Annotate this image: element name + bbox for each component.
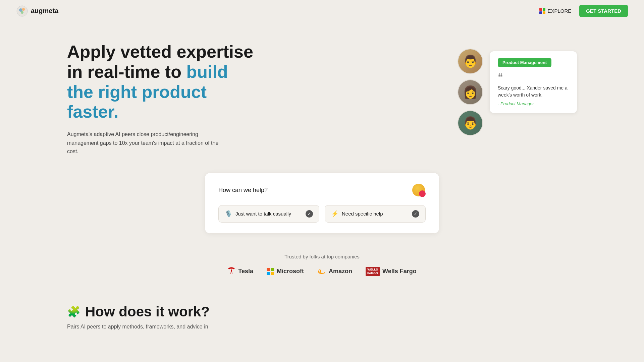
how-section: 🧩 How does it work? Pairs AI peers to ap…: [0, 290, 644, 337]
nav-actions: EXPLORE GET STARTED: [535, 5, 628, 17]
talk-casually-label: Just want to talk casually: [235, 211, 291, 217]
color-orb: [412, 184, 426, 197]
tesla-label: Tesla: [238, 268, 253, 275]
help-options: 🎙️ Just want to talk casually ✓ ⚡ Need s…: [218, 205, 426, 223]
avatar-3: 👨: [458, 110, 483, 136]
amazon-logo-icon: a: [317, 266, 326, 277]
logo[interactable]: augmeta: [16, 5, 58, 17]
augmeta-logo-icon: [16, 5, 28, 17]
amazon-icon: a: [317, 266, 326, 275]
hero-right: 👨 👩 👨 Product Management ❝ Scary good...…: [458, 49, 577, 136]
avatar-stack: 👨 👩 👨: [458, 49, 483, 136]
testimonial-author: - Product Manager: [498, 101, 569, 106]
help-card: How can we help? 🎙️ Just want to talk ca…: [205, 173, 439, 234]
amazon-item: a Amazon: [317, 266, 352, 277]
check-icon-1: ✓: [306, 210, 313, 218]
check-icon-2: ✓: [412, 210, 419, 218]
lightning-icon: ⚡: [331, 210, 338, 218]
wellsfargo-label: Wells Fargo: [382, 268, 417, 275]
microsoft-label: Microsoft: [277, 268, 304, 275]
explore-button[interactable]: EXPLORE: [535, 6, 575, 16]
testimonial-quote: Scary good... Xander saved me a week's w…: [498, 84, 569, 99]
hero-subtext: Augmeta's adaptive AI peers close produc…: [67, 130, 228, 156]
quote-mark: ❝: [498, 72, 569, 82]
microphone-icon: 🎙️: [225, 210, 232, 218]
navigation: augmeta EXPLORE GET STARTED: [0, 0, 644, 22]
specific-help-left: ⚡ Need specific help: [331, 210, 383, 218]
how-icon: 🧩: [67, 305, 80, 318]
tesla-icon: [227, 266, 235, 275]
product-badge: Product Management: [498, 58, 551, 67]
hero-text: Apply vetted expertise in real-time to b…: [67, 42, 255, 156]
help-question: How can we help?: [218, 187, 268, 194]
tesla-logo-icon: [227, 266, 235, 277]
tesla-item: Tesla: [227, 266, 253, 277]
avatar-2: 👩: [458, 79, 483, 105]
wellsfargo-logo-icon: WELLSFARGO: [366, 267, 380, 276]
microsoft-logo-icon: [267, 268, 274, 275]
trusted-title: Trusted by folks at top companies: [0, 254, 644, 259]
hero-section: Apply vetted expertise in real-time to b…: [0, 22, 644, 169]
help-card-header: How can we help?: [218, 184, 426, 197]
trusted-section: Trusted by folks at top companies Tesla …: [0, 247, 644, 290]
specific-help-label: Need specific help: [342, 211, 383, 217]
how-title-row: 🧩 How does it work?: [67, 304, 577, 320]
svg-point-3: [21, 11, 23, 14]
svg-point-2: [22, 8, 25, 11]
specific-help-option[interactable]: ⚡ Need specific help ✓: [325, 205, 426, 223]
talk-casually-left: 🎙️ Just want to talk casually: [225, 210, 291, 218]
how-title: How does it work?: [85, 304, 210, 320]
companies-row: Tesla Microsoft a Amazon WELLSFARGO: [0, 266, 644, 277]
help-section: How can we help? 🎙️ Just want to talk ca…: [0, 169, 644, 247]
explore-grid-icon: [539, 8, 545, 14]
hero-heading: Apply vetted expertise in real-time to b…: [67, 42, 255, 122]
avatar-1: 👨: [458, 49, 483, 74]
amazon-label: Amazon: [329, 268, 352, 275]
get-started-button[interactable]: GET STARTED: [579, 5, 628, 17]
how-subtitle: Pairs AI peers to apply methods, framewo…: [67, 324, 577, 330]
talk-casually-option[interactable]: 🎙️ Just want to talk casually ✓: [218, 205, 319, 223]
wellsfargo-item: WELLSFARGO Wells Fargo: [366, 267, 417, 276]
testimonial-card: Product Management ❝ Scary good... Xande…: [490, 51, 577, 113]
microsoft-item: Microsoft: [267, 268, 304, 275]
logo-text: augmeta: [31, 7, 58, 15]
